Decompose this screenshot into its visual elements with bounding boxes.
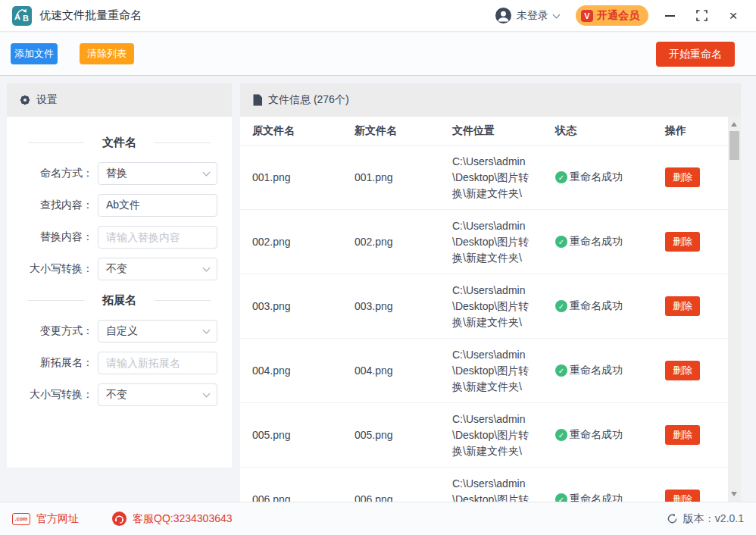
field-label: 查找内容： (7, 199, 93, 212)
close-button[interactable]: × (723, 5, 744, 27)
text-input[interactable] (98, 352, 217, 374)
user-avatar-icon (495, 8, 511, 23)
action-cell: 删除 (653, 296, 728, 316)
field-label: 命名方式： (7, 167, 93, 180)
table-row: 002.png 002.png C:\Users\admin\Desktop\图… (240, 210, 728, 274)
refresh-icon[interactable] (667, 513, 678, 524)
official-website-label: 官方网址 (36, 512, 79, 526)
status-cell: ✓ 重命名成功 (543, 171, 653, 184)
app-logo-icon: A B (12, 6, 32, 26)
column-header: 新文件名 (342, 124, 440, 138)
section-title-label: 文件名 (92, 136, 147, 150)
file-panel-title: 文件信息 (276个) (268, 93, 349, 107)
minimize-icon (665, 15, 675, 17)
select-control[interactable]: 不变 (98, 258, 217, 280)
table-row: 004.png 004.png C:\Users\admin\Desktop\图… (240, 339, 728, 403)
success-check-icon: ✓ (555, 300, 567, 312)
original-filename-cell: 004.png (240, 364, 342, 377)
form-field: 命名方式： 替换 (7, 158, 232, 189)
field-label: 替换内容： (7, 230, 93, 244)
form-field: 新拓展名： (7, 347, 232, 379)
vip-badge-icon: V (581, 10, 593, 22)
file-location-cell: C:\Users\admin\Desktop\图片转换\新建文件夹\ (440, 154, 543, 202)
chevron-down-icon (553, 11, 561, 18)
status-label: 重命名成功 (570, 235, 623, 249)
success-check-icon: ✓ (555, 171, 567, 183)
close-icon: × (729, 8, 737, 23)
vip-button[interactable]: V 开通会员 (576, 5, 648, 26)
vip-label: 开通会员 (597, 9, 639, 23)
column-header: 操作 (653, 124, 728, 138)
login-menu[interactable]: 未登录 (495, 8, 559, 23)
delete-button[interactable]: 删除 (665, 167, 700, 187)
select-control[interactable]: 替换 (98, 162, 217, 185)
success-check-icon: ✓ (555, 236, 567, 248)
settings-form: 文件名 命名方式： 替换 查找内容： 替换内容： 大小写转换： 不变 拓展名 变… (7, 117, 232, 411)
footer: .com 官方网址 客服QQ:3234303643 版本：v2.0.1 (0, 502, 756, 535)
text-input[interactable] (98, 194, 217, 217)
delete-button[interactable]: 删除 (665, 232, 700, 252)
delete-button[interactable]: 删除 (665, 296, 700, 316)
status-label: 重命名成功 (570, 364, 623, 377)
version-label: 版本：v2.0.1 (683, 512, 744, 526)
action-cell: 删除 (653, 361, 728, 380)
field-label: 大小写转换： (7, 388, 93, 402)
column-header: 状态 (543, 124, 653, 138)
file-panel-header: 文件信息 (276个) (240, 83, 741, 117)
text-input[interactable] (98, 226, 217, 249)
status-cell: ✓ 重命名成功 (543, 364, 653, 377)
action-cell: 删除 (653, 425, 728, 445)
table-scrollbar[interactable] (728, 117, 741, 502)
table-row: 005.png 005.png C:\Users\admin\Desktop\图… (240, 403, 728, 468)
table-row: 003.png 003.png C:\Users\admin\Desktop\图… (240, 274, 728, 339)
app-title: 优速文件批量重命名 (39, 8, 142, 23)
maximize-button[interactable] (691, 5, 712, 27)
login-label: 未登录 (517, 9, 548, 23)
status-cell: ✓ 重命名成功 (543, 235, 653, 249)
settings-panel: 设置 文件名 命名方式： 替换 查找内容： 替换内容： 大小写转换： 不变 拓展… (7, 83, 232, 468)
toolbar: 添加文件 清除列表 开始重命名 (0, 33, 756, 76)
divider (28, 142, 84, 143)
column-header: 文件位置 (440, 124, 543, 138)
select-value: 替换 (106, 167, 127, 180)
file-location-cell: C:\Users\admin\Desktop\图片转换\新建文件夹\ (440, 476, 543, 502)
delete-button[interactable]: 删除 (665, 490, 700, 502)
delete-button[interactable]: 删除 (665, 361, 700, 380)
action-cell: 删除 (653, 167, 728, 187)
original-filename-cell: 006.png (240, 493, 342, 502)
table-row: 001.png 001.png C:\Users\admin\Desktop\图… (240, 145, 728, 210)
divider (155, 300, 211, 301)
maximize-icon (696, 10, 708, 21)
add-files-button[interactable]: 添加文件 (11, 43, 58, 64)
chevron-down-icon (203, 169, 211, 177)
scrollbar-thumb[interactable] (729, 131, 739, 160)
support-qq-link[interactable]: 客服QQ:3234303643 (112, 512, 233, 526)
form-field: 变更方式： 自定义 (7, 315, 232, 347)
start-rename-button[interactable]: 开始重命名 (656, 42, 735, 67)
delete-button[interactable]: 删除 (665, 425, 700, 445)
clear-list-button[interactable]: 清除列表 (80, 43, 134, 64)
file-location-cell: C:\Users\admin\Desktop\图片转换\新建文件夹\ (440, 411, 543, 459)
divider (155, 142, 211, 143)
chevron-down-icon (203, 327, 211, 334)
form-field: 替换内容： (7, 221, 232, 253)
gear-icon (19, 94, 31, 106)
original-filename-cell: 002.png (240, 236, 342, 248)
scroll-up-icon[interactable] (731, 122, 737, 127)
settings-panel-header: 设置 (7, 83, 232, 117)
original-filename-cell: 001.png (240, 171, 342, 183)
status-cell: ✓ 重命名成功 (543, 428, 653, 442)
action-cell: 删除 (653, 232, 728, 252)
new-filename-cell: 001.png (342, 171, 440, 183)
minimize-button[interactable] (659, 5, 680, 27)
file-table-header: 原文件名新文件名文件位置状态操作 (240, 117, 728, 145)
scroll-down-icon[interactable] (731, 492, 737, 496)
status-label: 重命名成功 (570, 299, 623, 313)
action-cell: 删除 (653, 490, 728, 502)
select-control[interactable]: 不变 (98, 383, 217, 406)
official-website-link[interactable]: .com 官方网址 (12, 512, 79, 526)
rename-arrow-icon (14, 7, 30, 16)
field-label: 新拓展名： (7, 356, 93, 370)
success-check-icon: ✓ (555, 364, 567, 377)
select-control[interactable]: 自定义 (98, 320, 217, 343)
